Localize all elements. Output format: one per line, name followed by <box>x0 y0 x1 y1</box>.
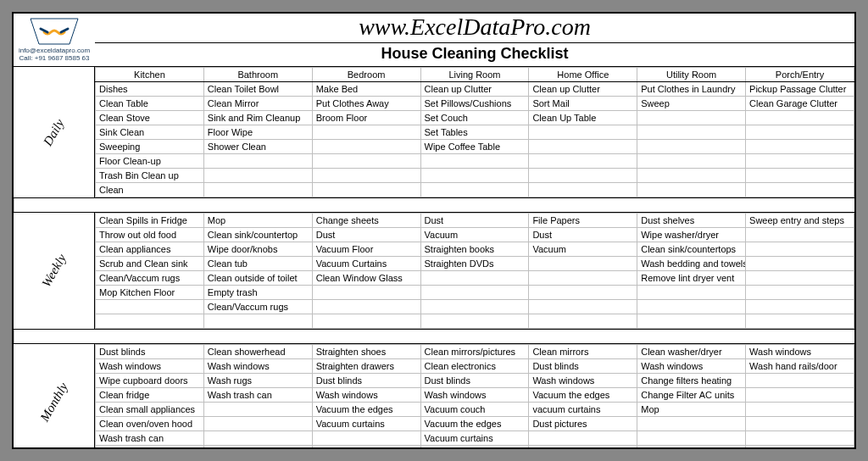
table-cell[interactable]: Vacuum curtains <box>420 431 529 446</box>
table-cell[interactable]: Remove lint dryer vent <box>637 271 746 286</box>
table-cell[interactable] <box>637 446 746 450</box>
table-cell[interactable]: Clean Toilet Bowl <box>203 82 312 97</box>
table-cell[interactable]: Change sheets <box>312 214 420 228</box>
table-cell[interactable]: Change Filter AC units <box>637 388 746 403</box>
table-cell[interactable]: Sweep entry and steps <box>746 214 854 228</box>
table-cell[interactable]: Wipe washer/dryer <box>637 228 746 242</box>
table-cell[interactable]: Wash windows <box>420 388 529 403</box>
table-cell[interactable] <box>746 169 854 183</box>
table-cell[interactable]: Dust <box>312 228 420 242</box>
table-cell[interactable]: Vacuum <box>420 228 529 242</box>
table-cell[interactable]: Vacuum the edges <box>420 417 529 431</box>
table-cell[interactable]: Set Couch <box>420 111 529 125</box>
table-cell[interactable]: Wash rugs <box>203 374 312 388</box>
table-cell[interactable]: Straighten drawers <box>312 359 420 374</box>
table-cell[interactable] <box>312 154 420 169</box>
table-cell[interactable]: Straighten DVDs <box>420 257 529 271</box>
table-cell[interactable]: Clean appliances <box>96 242 204 257</box>
table-cell[interactable] <box>746 314 854 329</box>
table-cell[interactable]: Dust blinds <box>529 359 637 374</box>
table-cell[interactable]: Vacuum the edges <box>312 403 420 417</box>
table-cell[interactable]: Clean up Clutter <box>420 82 529 97</box>
table-cell[interactable] <box>746 403 854 417</box>
table-cell[interactable]: Mop Kitchen Floor <box>96 286 204 300</box>
table-cell[interactable] <box>312 300 420 314</box>
table-cell[interactable] <box>420 314 529 329</box>
table-cell[interactable] <box>420 154 529 169</box>
table-cell[interactable] <box>637 154 746 169</box>
table-cell[interactable]: Set Tables <box>420 125 529 140</box>
table-cell[interactable]: Dust shelves <box>637 214 746 228</box>
table-cell[interactable]: Wash windows <box>637 359 746 374</box>
table-cell[interactable] <box>203 154 312 169</box>
table-cell[interactable] <box>746 111 854 125</box>
table-cell[interactable] <box>637 431 746 446</box>
table-cell[interactable] <box>312 183 420 197</box>
table-cell[interactable]: Sort Mail <box>529 97 637 111</box>
table-cell[interactable]: Trash Bin Clean up <box>96 169 204 183</box>
table-cell[interactable]: Dust <box>420 214 529 228</box>
table-cell[interactable] <box>746 388 854 403</box>
table-cell[interactable]: Clean sink/countertop <box>203 228 312 242</box>
table-cell[interactable] <box>529 431 637 446</box>
table-cell[interactable]: Clean Spills in Fridge <box>96 214 204 228</box>
table-cell[interactable] <box>746 446 854 450</box>
table-cell[interactable]: Wipe Coffee Table <box>420 140 529 154</box>
table-cell[interactable] <box>420 300 529 314</box>
table-cell[interactable] <box>637 169 746 183</box>
table-cell[interactable] <box>746 374 854 388</box>
table-cell[interactable]: Clean sink/countertops <box>637 242 746 257</box>
table-cell[interactable]: Clean/Vaccum rugs <box>96 271 204 286</box>
table-cell[interactable] <box>746 257 854 271</box>
table-cell[interactable]: Clean Table <box>96 97 204 111</box>
table-cell[interactable]: Clean washer/dryer <box>637 345 746 359</box>
table-cell[interactable]: Wash windows <box>96 359 204 374</box>
table-cell[interactable] <box>746 300 854 314</box>
table-cell[interactable] <box>529 314 637 329</box>
table-cell[interactable]: File Papers <box>529 214 637 228</box>
table-cell[interactable] <box>420 169 529 183</box>
table-cell[interactable] <box>312 169 420 183</box>
table-cell[interactable] <box>312 431 420 446</box>
table-cell[interactable]: Straighten shoes <box>312 345 420 359</box>
table-cell[interactable]: Clean Stove <box>96 111 204 125</box>
table-cell[interactable]: Pickup Passage Clutter <box>746 82 854 97</box>
table-cell[interactable]: Vacuum curtains <box>312 417 420 431</box>
table-cell[interactable]: Mop <box>637 403 746 417</box>
table-cell[interactable]: Clean mirrors/pictures <box>420 345 529 359</box>
table-cell[interactable]: Sweeping <box>96 140 204 154</box>
table-cell[interactable]: Clean Window Glass <box>312 271 420 286</box>
table-cell[interactable]: Wash trash can <box>96 431 204 446</box>
table-cell[interactable] <box>637 125 746 140</box>
table-cell[interactable] <box>312 125 420 140</box>
table-cell[interactable]: Dust <box>529 228 637 242</box>
table-cell[interactable]: vacuum curtains <box>529 403 637 417</box>
table-cell[interactable]: Clean outside of toilet <box>203 271 312 286</box>
table-cell[interactable] <box>420 183 529 197</box>
table-cell[interactable]: Dust blinds <box>420 374 529 388</box>
table-cell[interactable] <box>746 242 854 257</box>
table-cell[interactable]: Floor Clean-up <box>96 154 204 169</box>
table-cell[interactable]: Vacuum Floor <box>312 242 420 257</box>
table-cell[interactable]: Wash bedding and towels <box>637 257 746 271</box>
table-cell[interactable]: Broom Floor <box>312 111 420 125</box>
table-cell[interactable] <box>746 140 854 154</box>
table-cell[interactable]: Dishes <box>96 82 204 97</box>
table-cell[interactable]: Clean fridge <box>96 388 204 403</box>
table-cell[interactable]: Wash windows <box>203 359 312 374</box>
table-cell[interactable]: Clean Garage Clutter <box>746 97 854 111</box>
table-cell[interactable] <box>637 140 746 154</box>
table-cell[interactable]: Clean oven/oven hood <box>96 417 204 431</box>
table-cell[interactable]: Clean showerhead <box>203 345 312 359</box>
table-cell[interactable]: Dust pictures <box>529 417 637 431</box>
table-cell[interactable] <box>203 431 312 446</box>
table-cell[interactable]: Sweep <box>637 97 746 111</box>
table-cell[interactable]: Scrub and Clean sink <box>96 257 204 271</box>
table-cell[interactable] <box>529 286 637 300</box>
table-cell[interactable] <box>203 417 312 431</box>
table-cell[interactable]: Throw out old food <box>96 228 204 242</box>
table-cell[interactable] <box>420 446 529 450</box>
table-cell[interactable]: Shower Clean <box>203 140 312 154</box>
table-cell[interactable]: Set Pillows/Cushions <box>420 97 529 111</box>
table-cell[interactable]: Mop <box>203 214 312 228</box>
